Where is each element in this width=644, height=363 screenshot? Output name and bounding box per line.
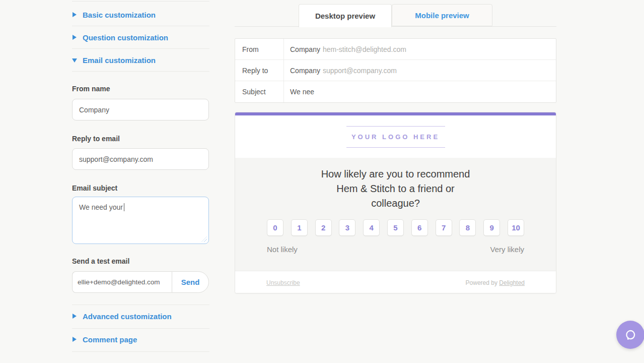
send-test-email-label: Send a test email xyxy=(72,257,129,265)
powered-by-text: Powered by xyxy=(466,279,497,286)
send-button[interactable]: Send xyxy=(172,271,209,293)
scale-button-5[interactable]: 5 xyxy=(387,219,404,236)
divider xyxy=(72,71,209,72)
table-row-subject: Subject We nee xyxy=(235,81,556,102)
sidebar-item-advanced-customization[interactable]: Advanced customization xyxy=(72,311,209,322)
scale-button-3[interactable]: 3 xyxy=(339,219,355,236)
nps-question: How likely are you to recommend Hem & St… xyxy=(267,167,524,211)
email-header-table: From Company hem-stitch@delighted.com Re… xyxy=(235,38,556,103)
table-row-from: From Company hem-stitch@delighted.com xyxy=(235,39,556,60)
scale-button-8[interactable]: 8 xyxy=(459,219,476,236)
divider xyxy=(72,305,209,305)
divider xyxy=(72,351,209,352)
sidebar-item-label: Email customization xyxy=(83,56,156,65)
email-subject-textarea[interactable]: We need your xyxy=(72,197,209,244)
scale-button-9[interactable]: 9 xyxy=(483,219,500,236)
email-preview-card: YOUR LOGO HERE How likely are you to rec… xyxy=(235,112,556,293)
scale-button-0[interactable]: 0 xyxy=(267,219,283,236)
scale-button-4[interactable]: 4 xyxy=(363,219,380,236)
chevron-right-icon xyxy=(72,337,77,342)
chevron-right-icon xyxy=(72,314,77,319)
table-row-reply-to: Reply to Company support@company.com xyxy=(235,60,556,81)
from-row-label: From xyxy=(235,39,284,59)
anchor-not-likely: Not likely xyxy=(267,245,298,254)
delighted-link[interactable]: Delighted xyxy=(499,279,525,286)
chevron-down-icon xyxy=(72,57,77,63)
help-beacon-button[interactable] xyxy=(616,321,644,349)
sidebar-item-email-customization[interactable]: Email customization xyxy=(72,54,209,66)
unsubscribe-link[interactable]: Unsubscribe xyxy=(266,279,300,286)
subject-value: We nee xyxy=(290,88,314,96)
reply-to-email: support@company.com xyxy=(323,67,397,75)
sidebar-item-label: Basic customization xyxy=(83,11,156,19)
sidebar-item-label: Question customization xyxy=(83,33,168,42)
divider xyxy=(72,1,209,2)
resize-handle-icon[interactable] xyxy=(201,236,207,242)
subject-row-label: Subject xyxy=(235,81,284,102)
tab-desktop-preview[interactable]: Desktop preview xyxy=(299,4,392,27)
from-name-label: From name xyxy=(72,85,110,93)
logo-divider-bottom xyxy=(346,147,445,148)
scale-button-1[interactable]: 1 xyxy=(291,219,308,236)
reply-to-email-input[interactable] xyxy=(72,148,209,170)
nps-scale: 0 1 2 3 4 5 6 7 8 9 10 xyxy=(267,219,524,236)
logo-text: YOUR LOGO HERE xyxy=(346,127,445,147)
chevron-right-icon xyxy=(72,35,77,40)
scale-button-10[interactable]: 10 xyxy=(508,219,524,236)
send-test-email-group: Send xyxy=(72,271,209,293)
sidebar-item-comment-page[interactable]: Comment page xyxy=(72,334,209,345)
sidebar-item-basic-customization[interactable]: Basic customization xyxy=(72,9,209,20)
text-cursor xyxy=(124,203,124,211)
tab-mobile-preview[interactable]: Mobile preview xyxy=(392,4,492,26)
sidebar-item-label: Advanced customization xyxy=(83,312,172,321)
email-subject-text: We need your xyxy=(79,203,123,211)
scale-button-6[interactable]: 6 xyxy=(411,219,428,236)
email-subject-label: Email subject xyxy=(72,184,117,192)
reply-to-email-label: Reply to email xyxy=(72,135,120,143)
logo-placeholder: YOUR LOGO HERE xyxy=(346,126,445,148)
reply-to-name: Company xyxy=(290,67,320,75)
from-name-input[interactable] xyxy=(72,99,209,120)
scale-button-7[interactable]: 7 xyxy=(436,219,452,236)
scale-button-2[interactable]: 2 xyxy=(315,219,332,236)
divider xyxy=(72,26,209,26)
tabbar-divider xyxy=(235,26,556,27)
chevron-right-icon xyxy=(72,12,77,17)
reply-to-row-label: Reply to xyxy=(235,60,284,81)
survey-body: How likely are you to recommend Hem & St… xyxy=(235,158,556,271)
sidebar-item-question-customization[interactable]: Question customization xyxy=(72,32,209,43)
divider xyxy=(72,328,209,329)
anchor-very-likely: Very likely xyxy=(490,245,524,254)
from-sender-email: hem-stitch@delighted.com xyxy=(323,45,406,53)
from-sender-name: Company xyxy=(290,45,320,53)
sidebar-item-label: Comment page xyxy=(83,335,137,344)
divider xyxy=(72,48,209,49)
test-email-input[interactable] xyxy=(72,271,172,293)
email-customization-page: Basic customization Question customizati… xyxy=(0,0,644,363)
email-footer: Unsubscribe Powered by Delighted xyxy=(235,271,556,293)
chat-bubble-icon xyxy=(624,328,637,341)
